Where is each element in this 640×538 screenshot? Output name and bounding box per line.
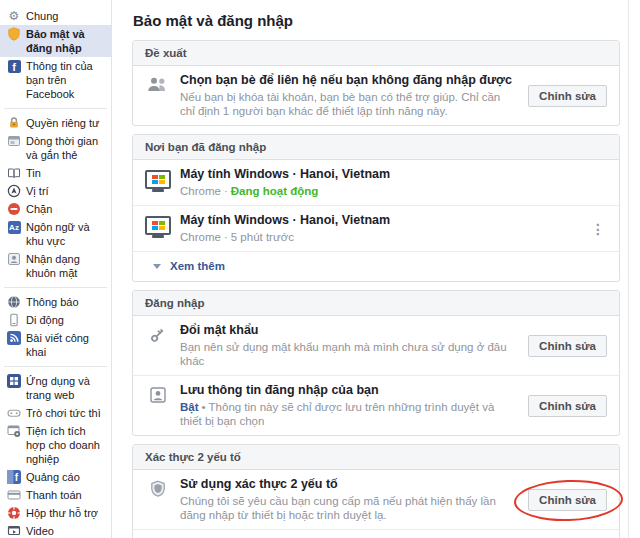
sidebar-item-privacy[interactable]: Quyền riêng tư xyxy=(0,114,111,132)
section-header: Nơi bạn đã đăng nhập xyxy=(133,135,619,160)
sidebar-item-label: Chung xyxy=(26,9,107,23)
two-factor-shield-icon xyxy=(145,477,171,498)
session-browser: Chrome xyxy=(180,185,221,197)
location-icon xyxy=(7,184,21,198)
settings-sidebar: ⚙ Chung Bảo mật và đăng nhập f Thông tin… xyxy=(0,0,112,538)
change-password-text: Đổi mật khẩu Bạn nên sử dụng mật khẩu mạ… xyxy=(180,323,528,368)
row-title: Chọn bạn bè để liên hệ nếu bạn không đăn… xyxy=(180,73,516,88)
globe-icon xyxy=(7,295,21,309)
trusted-contacts-edit-button[interactable]: Chỉnh sửa xyxy=(528,85,607,107)
section-login: Đăng nhập Đổi mật khẩu Bạn nên sử dụng m… xyxy=(132,290,620,436)
language-icon: Az xyxy=(7,220,21,234)
use-two-factor-text: Sử dụng xác thực 2 yếu tố Chúng tôi sẽ y… xyxy=(180,477,528,522)
timeline-icon xyxy=(7,134,21,148)
sidebar-item-instant-games[interactable]: Trò chơi tức thì xyxy=(0,404,111,422)
sidebar-item-ads[interactable]: f Quảng cáo xyxy=(0,468,111,486)
section-header: Đăng nhập xyxy=(133,291,619,316)
save-login-edit-button[interactable]: Chỉnh sửa xyxy=(528,395,607,417)
facebook-icon: f xyxy=(7,59,21,73)
sidebar-item-timeline-tagging[interactable]: Dòng thời gian và gắn thẻ xyxy=(0,132,111,164)
news-icon xyxy=(7,166,21,180)
lock-icon xyxy=(7,116,21,130)
session-options-menu[interactable]: ⋮ xyxy=(589,222,607,236)
sidebar-item-label: Bảo mật và đăng nhập xyxy=(26,27,107,55)
sidebar-item-general[interactable]: ⚙ Chung xyxy=(0,7,111,25)
video-icon xyxy=(7,524,21,538)
sidebar-item-notifications[interactable]: Thông báo xyxy=(0,293,111,311)
rss-icon xyxy=(7,331,21,345)
sidebar-item-label: Nhận dạng khuôn mặt xyxy=(26,252,107,280)
mobile-icon xyxy=(7,313,21,327)
sidebar-item-label: Vị trí xyxy=(26,184,107,198)
game-icon xyxy=(7,406,21,420)
sidebar-item-label: Hộp thư hỗ trợ xyxy=(26,506,107,520)
session-details: Chrome·5 phút trước xyxy=(180,230,577,244)
sidebar-item-label: Bài viết công khai xyxy=(26,331,107,359)
row-description: Bật•Thông tin này sẽ chỉ được lưu trên n… xyxy=(180,400,516,428)
sidebar-divider xyxy=(4,108,107,109)
sidebar-item-language-region[interactable]: Az Ngôn ngữ và khu vực xyxy=(0,218,111,250)
section-two-factor: Xác thực 2 yếu tố Sử dụng xác thực 2 yếu… xyxy=(132,444,620,538)
separator: · xyxy=(224,185,228,197)
session-details: Chrome·Đang hoạt động xyxy=(180,184,595,198)
sidebar-item-payments[interactable]: Thanh toán xyxy=(0,486,111,504)
section-where-logged-in: Nơi bạn đã đăng nhập Máy tính Windows · … xyxy=(132,134,620,282)
block-icon xyxy=(7,202,21,216)
session-status: Đang hoạt động xyxy=(231,185,319,197)
section-recommended: Đề xuất Chọn bạn bè để liên hệ nếu bạn k… xyxy=(132,40,620,126)
sidebar-item-stories[interactable]: Tin xyxy=(0,164,111,182)
sidebar-item-label: Quảng cáo xyxy=(26,470,107,484)
sidebar-item-label: Thông tin của bạn trên Facebook xyxy=(26,59,107,101)
change-password-edit-button[interactable]: Chỉnh sửa xyxy=(528,335,607,357)
support-icon xyxy=(7,506,21,520)
business-icon xyxy=(7,424,21,438)
row-title: Sử dụng xác thực 2 yếu tố xyxy=(180,477,516,492)
gear-icon: ⚙ xyxy=(7,9,21,23)
key-icon xyxy=(145,323,171,344)
separator: • xyxy=(202,401,206,413)
session-row: Máy tính Windows · Hanoi, Vietnam Chrome… xyxy=(133,205,619,251)
see-more-row[interactable]: Xem thêm xyxy=(133,251,619,281)
sidebar-item-location[interactable]: Vị trí xyxy=(0,182,111,200)
see-more-link[interactable]: Xem thêm xyxy=(170,260,225,272)
sidebar-item-label: Thông báo xyxy=(26,295,107,309)
two-factor-edit-button[interactable]: Chỉnh sửa xyxy=(528,489,607,511)
sidebar-item-label: Quyền riêng tư xyxy=(26,116,107,130)
sidebar-item-label: Tin xyxy=(26,166,107,180)
separator: · xyxy=(224,231,228,243)
sidebar-item-label: Trò chơi tức thì xyxy=(26,406,107,420)
windows-computer-icon xyxy=(145,213,171,241)
row-description: Chúng tôi sẽ yêu cầu bạn cung cấp mã nếu… xyxy=(180,494,516,522)
session-device: Máy tính Windows · Hanoi, Vietnam xyxy=(180,167,595,182)
sidebar-item-video[interactable]: Video xyxy=(0,522,111,538)
session-status: 5 phút trước xyxy=(231,231,294,243)
windows-computer-icon xyxy=(145,167,171,195)
sidebar-item-business-integrations[interactable]: Tiện ích tích hợp cho doanh nghiệp xyxy=(0,422,111,468)
sidebar-item-label: Dòng thời gian và gắn thẻ xyxy=(26,134,107,162)
session-device: Máy tính Windows · Hanoi, Vietnam xyxy=(180,213,577,228)
sidebar-item-public-posts[interactable]: Bài viết công khai xyxy=(0,329,111,361)
page-title: Bảo mật và đăng nhập xyxy=(133,12,620,29)
save-login-row: Lưu thông tin đăng nhập của bạn Bật•Thôn… xyxy=(133,375,619,435)
section-header: Đề xuất xyxy=(133,41,619,66)
sidebar-item-label: Di động xyxy=(26,313,107,327)
sidebar-divider xyxy=(4,287,107,288)
sidebar-item-blocking[interactable]: Chặn xyxy=(0,200,111,218)
sidebar-item-label: Chặn xyxy=(26,202,107,216)
security-shield-icon xyxy=(7,27,21,41)
sidebar-item-security-login[interactable]: Bảo mật và đăng nhập xyxy=(0,25,111,57)
sidebar-item-label: Ứng dụng và trang web xyxy=(26,374,107,402)
sidebar-item-apps-websites[interactable]: Ứng dụng và trang web xyxy=(0,372,111,404)
sidebar-divider xyxy=(4,366,107,367)
sidebar-item-support-inbox[interactable]: Hộp thư hỗ trợ xyxy=(0,504,111,522)
trusted-contacts-text: Chọn bạn bè để liên hệ nếu bạn không đăn… xyxy=(180,73,528,118)
sidebar-item-your-facebook-info[interactable]: f Thông tin của bạn trên Facebook xyxy=(0,57,111,103)
row-title: Đổi mật khẩu xyxy=(180,323,516,338)
sidebar-item-face-recognition[interactable]: Nhận dạng khuôn mặt xyxy=(0,250,111,282)
sidebar-item-label: Video xyxy=(26,524,107,538)
save-login-status: Bật xyxy=(180,401,199,413)
friends-icon xyxy=(145,73,171,92)
ads-icon: f xyxy=(7,470,21,484)
row-description: Bạn nên sử dụng mật khẩu mạnh mà mình ch… xyxy=(180,340,516,368)
sidebar-item-mobile[interactable]: Di động xyxy=(0,311,111,329)
